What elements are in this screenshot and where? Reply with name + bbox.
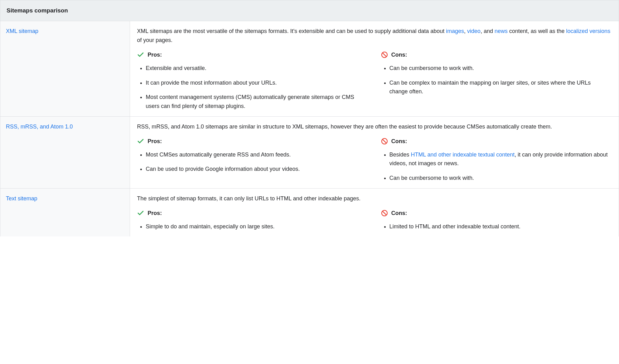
row-content-cell: The simplest of sitemap formats, it can … <box>130 189 619 236</box>
list-item: It can provide the most information abou… <box>146 78 368 87</box>
prohibit-icon <box>381 138 388 145</box>
cons-column: Cons: Can be cumbersome to work with. Ca… <box>381 50 612 111</box>
html-indexable-link[interactable]: HTML and other indexable textual content <box>411 152 515 158</box>
pros-column: Pros: Simple to do and maintain, especia… <box>137 209 368 231</box>
cons-list: Besides HTML and other indexable textual… <box>381 150 612 183</box>
prohibit-icon <box>381 209 388 217</box>
check-icon <box>137 209 144 217</box>
intro-text: RSS, mRSS, and Atom 1.0 sitemaps are sim… <box>137 122 612 131</box>
table-row: Text sitemap The simplest of sitemap for… <box>0 189 619 236</box>
pros-column: Pros: Most CMSes automatically generate … <box>137 137 368 183</box>
localized-versions-link[interactable]: localized versions <box>566 28 610 34</box>
table-row: RSS, mRSS, and Atom 1.0 RSS, mRSS, and A… <box>0 117 619 189</box>
row-content-cell: XML sitemaps are the most versatile of t… <box>130 21 619 116</box>
cons-list: Can be cumbersome to work with. Can be c… <box>381 64 612 96</box>
intro-text: The simplest of sitemap formats, it can … <box>137 194 612 203</box>
cons-header: Cons: <box>381 137 612 146</box>
comparison-table: Sitemaps comparison XML sitemap XML site… <box>0 0 619 236</box>
video-link[interactable]: video <box>467 28 481 34</box>
prohibit-icon <box>381 51 388 58</box>
cons-header: Cons: <box>381 209 612 218</box>
text-sitemap-link[interactable]: Text sitemap <box>6 195 37 202</box>
svg-line-1 <box>382 53 386 57</box>
list-item: Simple to do and maintain, especially on… <box>146 222 368 231</box>
list-item: Most content management systems (CMS) au… <box>146 93 368 111</box>
rss-atom-link[interactable]: RSS, mRSS, and Atom 1.0 <box>6 124 73 130</box>
row-label-cell: XML sitemap <box>0 21 130 116</box>
list-item: Can be cumbersome to work with. <box>389 64 612 73</box>
intro-text: XML sitemaps are the most versatile of t… <box>137 27 612 45</box>
pros-list: Simple to do and maintain, especially on… <box>137 222 368 231</box>
row-label-cell: RSS, mRSS, and Atom 1.0 <box>0 117 130 188</box>
table-header: Sitemaps comparison <box>0 0 619 21</box>
cons-list: Limited to HTML and other indexable text… <box>381 222 612 231</box>
cons-header: Cons: <box>381 50 612 59</box>
pros-column: Pros: Extensible and versatile. It can p… <box>137 50 368 111</box>
list-item: Can be complex to maintain the mapping o… <box>389 78 612 96</box>
svg-line-3 <box>382 139 386 143</box>
images-link[interactable]: images <box>446 28 464 34</box>
row-label-cell: Text sitemap <box>0 189 130 236</box>
pros-list: Most CMSes automatically generate RSS an… <box>137 150 368 174</box>
cons-column: Cons: Besides HTML and other indexable t… <box>381 137 612 183</box>
cons-column: Cons: Limited to HTML and other indexabl… <box>381 209 612 231</box>
table-row: XML sitemap XML sitemaps are the most ve… <box>0 21 619 117</box>
svg-line-5 <box>382 211 386 215</box>
xml-sitemap-link[interactable]: XML sitemap <box>6 28 38 34</box>
list-item: Most CMSes automatically generate RSS an… <box>146 150 368 159</box>
row-content-cell: RSS, mRSS, and Atom 1.0 sitemaps are sim… <box>130 117 619 188</box>
list-item: Can be cumbersome to work with. <box>389 174 612 183</box>
list-item: Besides HTML and other indexable textual… <box>389 150 612 168</box>
list-item: Limited to HTML and other indexable text… <box>389 222 612 231</box>
check-icon <box>137 51 144 58</box>
pros-list: Extensible and versatile. It can provide… <box>137 64 368 111</box>
pros-header: Pros: <box>137 50 368 59</box>
list-item: Can be used to provide Google informatio… <box>146 165 368 174</box>
pros-header: Pros: <box>137 209 368 218</box>
list-item: Extensible and versatile. <box>146 64 368 73</box>
pros-header: Pros: <box>137 137 368 146</box>
news-link[interactable]: news <box>495 28 508 34</box>
check-icon <box>137 138 144 145</box>
